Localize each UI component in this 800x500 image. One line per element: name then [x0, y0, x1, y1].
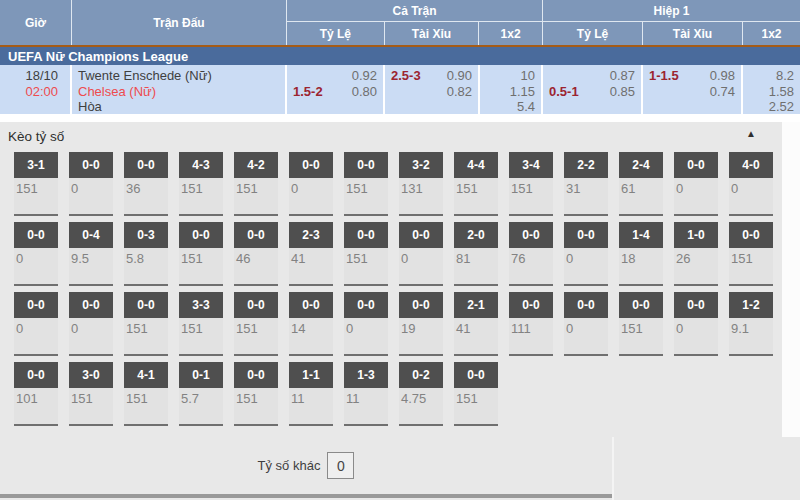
other-score-box[interactable]: 0: [327, 452, 354, 479]
score-odds: 151: [124, 318, 168, 336]
betting-odds-page: Giờ Trận Đấu Cả Trận Tỷ Lệ Tài Xỉu 1x2 H…: [0, 0, 800, 500]
league-name: UEFA Nữ Champions League: [8, 49, 188, 64]
score-cell[interactable]: 0-0151: [234, 292, 278, 356]
score-box: 0-0: [124, 152, 168, 178]
score-cell[interactable]: 2-141: [454, 292, 498, 356]
score-box: 0-2: [399, 362, 443, 388]
score-cell[interactable]: 3-2131: [399, 152, 443, 216]
draw-label: Hòa: [78, 99, 285, 115]
score-cell[interactable]: 0-00: [564, 292, 608, 356]
half-handicap-cell: 0.87 0.5-1 0.85: [543, 65, 643, 114]
score-cell[interactable]: 0-0111: [509, 292, 553, 356]
other-score-label: Tỷ số khác: [258, 458, 321, 473]
score-odds: 0: [674, 178, 718, 196]
full-1x2-draw[interactable]: 5.4: [480, 99, 535, 115]
score-cell[interactable]: 1-418: [619, 222, 663, 286]
correct-score-panel: Kèo tỷ số ▲ 3-11510-000-0364-31514-21510…: [0, 122, 800, 500]
score-cell[interactable]: 0-019: [399, 292, 443, 356]
score-cell[interactable]: 0-00: [399, 222, 443, 286]
score-cell[interactable]: 2-341: [289, 222, 333, 286]
score-cell[interactable]: 0-00: [69, 152, 113, 216]
full-handicap-away-odds[interactable]: 0.80: [352, 84, 377, 100]
score-cell[interactable]: 0-0151: [124, 292, 168, 356]
score-box: 0-3: [124, 222, 168, 248]
full-overunder-cell: 2.5-3 0.90 0.82: [385, 65, 480, 114]
full-over-odds[interactable]: 0.90: [447, 68, 472, 84]
score-box: 0-0: [344, 152, 388, 178]
score-cell[interactable]: 1-29.1: [729, 292, 773, 356]
score-cell[interactable]: 3-1151: [14, 152, 58, 216]
score-cell[interactable]: 4-1151: [124, 362, 168, 426]
score-odds: 0: [564, 318, 608, 336]
score-cell[interactable]: 4-00: [729, 152, 773, 216]
score-odds: 151: [509, 178, 553, 196]
score-odds: 11: [344, 388, 388, 406]
score-cell[interactable]: 0-00: [14, 222, 58, 286]
half-1x2-away[interactable]: 1.58: [743, 84, 794, 100]
score-cell[interactable]: 0-0151: [619, 292, 663, 356]
score-cell[interactable]: 0-014: [289, 292, 333, 356]
score-cell[interactable]: 0-0151: [729, 222, 773, 286]
score-odds: 0: [729, 178, 773, 196]
score-cell[interactable]: 0-0151: [179, 222, 223, 286]
score-cell[interactable]: 0-0101: [14, 362, 58, 426]
score-cell[interactable]: 0-00: [14, 292, 58, 356]
score-cell[interactable]: 0-49.5: [69, 222, 113, 286]
full-handicap-line: 1.5-2: [293, 84, 323, 100]
score-cell[interactable]: 1-111: [289, 362, 333, 426]
score-cell[interactable]: 1-026: [674, 222, 718, 286]
collapse-arrow-icon[interactable]: ▲: [746, 128, 756, 139]
score-box: 3-1: [14, 152, 58, 178]
half-1x2-draw[interactable]: 2.52: [743, 99, 794, 115]
score-cell[interactable]: 4-3151: [179, 152, 223, 216]
league-header[interactable]: UEFA Nữ Champions League: [0, 47, 800, 65]
score-cell[interactable]: 0-15.7: [179, 362, 223, 426]
score-cell[interactable]: 3-3151: [179, 292, 223, 356]
score-box: 0-0: [674, 152, 718, 178]
horizontal-scrollbar[interactable]: [0, 494, 612, 498]
score-cell[interactable]: 3-4151: [509, 152, 553, 216]
half-1x2-home[interactable]: 8.2: [743, 68, 794, 84]
header-first-half-label: Hiệp 1: [543, 0, 800, 22]
half-handicap-away-odds[interactable]: 0.85: [610, 84, 635, 100]
score-odds: 5.8: [124, 248, 168, 266]
score-cell[interactable]: 0-00: [69, 292, 113, 356]
score-cell[interactable]: 0-00: [289, 152, 333, 216]
score-cell[interactable]: 3-0151: [69, 362, 113, 426]
full-under-odds[interactable]: 0.82: [447, 84, 472, 100]
score-cell[interactable]: 2-231: [564, 152, 608, 216]
score-box: 2-3: [289, 222, 333, 248]
header-match: Trận Đấu: [72, 0, 287, 45]
score-cell[interactable]: 4-4151: [454, 152, 498, 216]
score-cell[interactable]: 0-036: [124, 152, 168, 216]
score-cell[interactable]: 0-076: [509, 222, 553, 286]
home-team: Twente Enschede (Nữ): [78, 68, 285, 84]
full-1x2-home[interactable]: 10: [480, 68, 535, 84]
half-handicap-home-odds[interactable]: 0.87: [610, 68, 635, 84]
score-cell[interactable]: 0-046: [234, 222, 278, 286]
score-cell[interactable]: 0-00: [344, 292, 388, 356]
score-box: 0-0: [399, 292, 443, 318]
score-cell[interactable]: 0-0151: [344, 222, 388, 286]
score-cell[interactable]: 0-0151: [344, 152, 388, 216]
score-cell[interactable]: 2-081: [454, 222, 498, 286]
score-cell[interactable]: 4-2151: [234, 152, 278, 216]
panel-divider: [612, 437, 614, 500]
score-cell[interactable]: 0-0151: [234, 362, 278, 426]
half-under-odds[interactable]: 0.74: [710, 84, 735, 100]
score-odds: 131: [399, 178, 443, 196]
score-cell[interactable]: 0-00: [674, 152, 718, 216]
score-cell[interactable]: 0-0151: [454, 362, 498, 426]
score-cell[interactable]: 0-00: [564, 222, 608, 286]
score-cell[interactable]: 0-35.8: [124, 222, 168, 286]
score-box: 0-0: [454, 362, 498, 388]
half-over-odds[interactable]: 0.98: [710, 68, 735, 84]
score-cell[interactable]: 1-311: [344, 362, 388, 426]
score-box: 0-0: [509, 222, 553, 248]
full-1x2-away[interactable]: 1.15: [480, 84, 535, 100]
half-1x2-cell: 8.2 1.58 2.52: [743, 65, 800, 114]
score-cell[interactable]: 0-00: [674, 292, 718, 356]
score-cell[interactable]: 0-24.75: [399, 362, 443, 426]
score-cell[interactable]: 2-461: [619, 152, 663, 216]
full-handicap-home-odds[interactable]: 0.92: [352, 68, 377, 84]
